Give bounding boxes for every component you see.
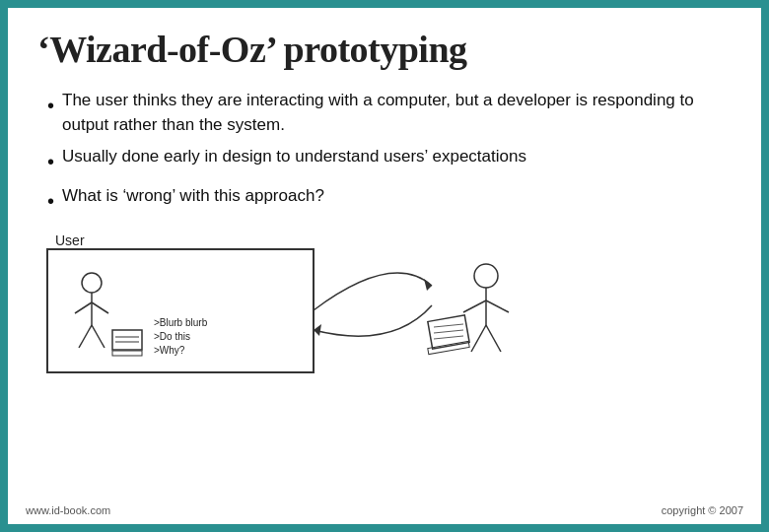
svg-text:>Blurb blurb: >Blurb blurb: [154, 317, 208, 328]
bullet-text-2: Usually done early in design to understa…: [62, 145, 526, 169]
svg-line-20: [486, 300, 509, 312]
bullet-item-1: • The user thinks they are interacting w…: [47, 89, 732, 137]
svg-line-27: [434, 336, 463, 339]
bullet-list: • The user thinks they are interacting w…: [47, 89, 732, 216]
bullet-item-2: • Usually done early in design to unders…: [47, 145, 732, 176]
svg-rect-9: [112, 351, 142, 356]
svg-line-22: [486, 325, 501, 352]
svg-line-7: [92, 325, 105, 348]
svg-point-2: [82, 273, 102, 293]
svg-line-26: [434, 330, 463, 333]
bullet-item-3: • What is ‘wrong’ with this approach?: [47, 184, 732, 216]
footer-right: copyright © 2007: [662, 504, 743, 516]
slide: ‘Wizard-of-Oz’ prototyping • The user th…: [0, 0, 769, 532]
svg-rect-23: [428, 315, 469, 349]
bullet-dot-1: •: [47, 92, 54, 120]
svg-line-6: [79, 325, 92, 348]
svg-text:User: User: [55, 233, 85, 248]
svg-line-19: [463, 300, 486, 312]
slide-title: ‘Wizard-of-Oz’ prototyping: [37, 28, 732, 71]
svg-marker-15: [424, 279, 432, 291]
bullet-text-1: The user thinks they are interacting wit…: [62, 89, 732, 137]
svg-line-21: [471, 325, 486, 352]
svg-line-25: [434, 324, 463, 327]
diagram-area: User >Blurb blurb >Do this >Why?: [37, 232, 732, 379]
svg-point-17: [474, 264, 498, 288]
svg-line-4: [75, 302, 92, 313]
bullet-dot-2: •: [47, 148, 54, 176]
footer-left: www.id-book.com: [26, 504, 110, 516]
svg-text:>Why?: >Why?: [154, 345, 185, 356]
svg-rect-8: [112, 330, 142, 350]
wizard-oz-diagram: User >Blurb blurb >Do this >Why?: [37, 232, 550, 379]
svg-line-5: [92, 302, 108, 313]
svg-text:>Do this: >Do this: [154, 331, 190, 342]
svg-marker-16: [314, 324, 321, 336]
bullet-text-3: What is ‘wrong’ with this approach?: [62, 184, 324, 209]
bullet-dot-3: •: [47, 187, 54, 216]
